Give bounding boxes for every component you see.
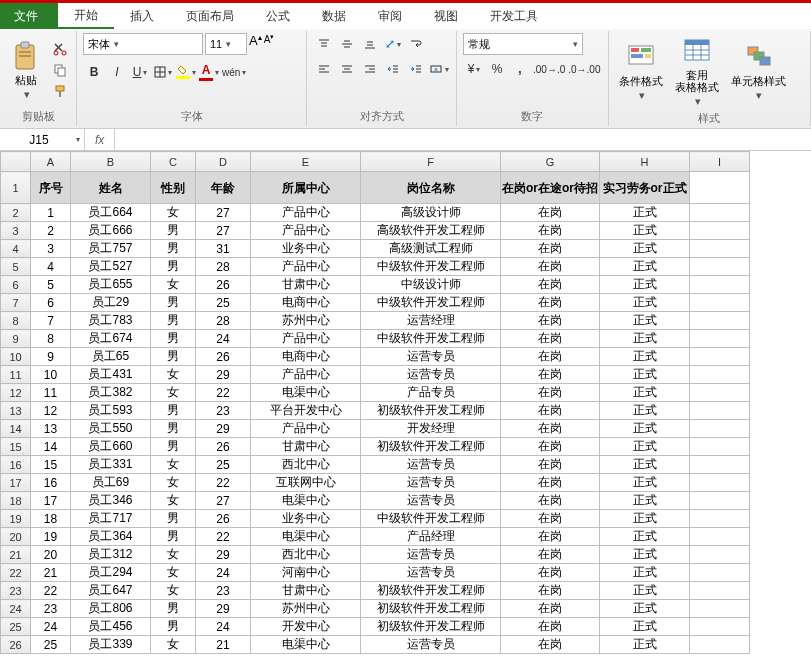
- cell[interactable]: 电渠中心: [251, 492, 361, 510]
- row-header[interactable]: 13: [1, 402, 31, 420]
- cell[interactable]: 甘肃中心: [251, 582, 361, 600]
- row-header[interactable]: 4: [1, 240, 31, 258]
- cell[interactable]: 17: [31, 492, 71, 510]
- cell[interactable]: 在岗: [501, 564, 600, 582]
- percent-button[interactable]: %: [486, 58, 508, 80]
- cell[interactable]: 正式: [600, 384, 690, 402]
- cell[interactable]: 在岗: [501, 600, 600, 618]
- cell[interactable]: 员工783: [71, 312, 151, 330]
- cell[interactable]: 在岗: [501, 438, 600, 456]
- cell[interactable]: 员工339: [71, 636, 151, 654]
- cell[interactable]: 男: [151, 600, 196, 618]
- cell[interactable]: 正式: [600, 510, 690, 528]
- cell[interactable]: 员工593: [71, 402, 151, 420]
- fx-icon[interactable]: fx: [89, 133, 110, 147]
- cell[interactable]: 员工69: [71, 474, 151, 492]
- cell[interactable]: [690, 384, 750, 402]
- cell[interactable]: 正式: [600, 222, 690, 240]
- cell[interactable]: 29: [196, 366, 251, 384]
- cell[interactable]: 员工655: [71, 276, 151, 294]
- cell[interactable]: 电商中心: [251, 294, 361, 312]
- name-box[interactable]: [4, 133, 74, 147]
- cell[interactable]: 员工364: [71, 528, 151, 546]
- cell[interactable]: 西北中心: [251, 546, 361, 564]
- table-header-cell[interactable]: 序号: [31, 172, 71, 204]
- cell[interactable]: 男: [151, 348, 196, 366]
- cell[interactable]: 员工757: [71, 240, 151, 258]
- cell[interactable]: 女: [151, 582, 196, 600]
- format-painter-button[interactable]: [50, 82, 70, 100]
- cell[interactable]: 产品中心: [251, 258, 361, 276]
- cell[interactable]: 在岗: [501, 474, 600, 492]
- col-header[interactable]: H: [600, 152, 690, 172]
- cell[interactable]: 电渠中心: [251, 384, 361, 402]
- cell[interactable]: 1: [31, 204, 71, 222]
- cell[interactable]: 运营专员: [361, 546, 501, 564]
- cell[interactable]: 员工29: [71, 294, 151, 312]
- cell[interactable]: [690, 600, 750, 618]
- cell[interactable]: 运营专员: [361, 366, 501, 384]
- cell[interactable]: 在岗: [501, 240, 600, 258]
- row-header[interactable]: 15: [1, 438, 31, 456]
- cell[interactable]: 男: [151, 618, 196, 636]
- cell[interactable]: 女: [151, 636, 196, 654]
- cell[interactable]: 3: [31, 240, 71, 258]
- cell[interactable]: 中级软件开发工程师: [361, 510, 501, 528]
- increase-indent-button[interactable]: [405, 58, 427, 80]
- cell[interactable]: 28: [196, 258, 251, 276]
- cell[interactable]: [690, 618, 750, 636]
- cell[interactable]: 员工806: [71, 600, 151, 618]
- fill-color-button[interactable]: ▾: [175, 61, 197, 83]
- cell[interactable]: [690, 582, 750, 600]
- cell[interactable]: 9: [31, 348, 71, 366]
- cell[interactable]: [690, 348, 750, 366]
- cell[interactable]: 在岗: [501, 312, 600, 330]
- cell[interactable]: 女: [151, 366, 196, 384]
- cell[interactable]: 正式: [600, 492, 690, 510]
- row-header[interactable]: 2: [1, 204, 31, 222]
- cell[interactable]: 女: [151, 384, 196, 402]
- cell[interactable]: [690, 312, 750, 330]
- cell[interactable]: [690, 240, 750, 258]
- formula-input[interactable]: [115, 132, 811, 147]
- col-header[interactable]: B: [71, 152, 151, 172]
- cell[interactable]: 正式: [600, 546, 690, 564]
- copy-button[interactable]: [50, 61, 70, 79]
- cell[interactable]: 正式: [600, 204, 690, 222]
- cell[interactable]: 10: [31, 366, 71, 384]
- cell[interactable]: 26: [196, 276, 251, 294]
- cell[interactable]: 正式: [600, 366, 690, 384]
- cell[interactable]: 在岗: [501, 528, 600, 546]
- cell[interactable]: 在岗: [501, 618, 600, 636]
- cell[interactable]: 在岗: [501, 456, 600, 474]
- menu-tab-7[interactable]: 开发工具: [474, 3, 554, 29]
- cell[interactable]: 正式: [600, 474, 690, 492]
- col-header[interactable]: G: [501, 152, 600, 172]
- cell[interactable]: 女: [151, 546, 196, 564]
- cell[interactable]: 13: [31, 420, 71, 438]
- number-format-combo[interactable]: 常规▾: [463, 33, 583, 55]
- menu-tab-1[interactable]: 插入: [114, 3, 170, 29]
- col-header[interactable]: F: [361, 152, 501, 172]
- menu-tab-6[interactable]: 视图: [418, 3, 474, 29]
- cell[interactable]: 产品专员: [361, 384, 501, 402]
- cell[interactable]: [690, 474, 750, 492]
- cell[interactable]: [690, 420, 750, 438]
- cell[interactable]: 16: [31, 474, 71, 492]
- table-header-cell[interactable]: 姓名: [71, 172, 151, 204]
- cell[interactable]: 互联网中心: [251, 474, 361, 492]
- cut-button[interactable]: [50, 40, 70, 58]
- cell[interactable]: 29: [196, 546, 251, 564]
- cell[interactable]: 2: [31, 222, 71, 240]
- cell[interactable]: 员工65: [71, 348, 151, 366]
- cell[interactable]: [690, 546, 750, 564]
- row-header[interactable]: 25: [1, 618, 31, 636]
- cell[interactable]: 25: [196, 456, 251, 474]
- row-header[interactable]: 11: [1, 366, 31, 384]
- format-as-table-button[interactable]: 套用 表格格式▾: [671, 33, 723, 109]
- cell[interactable]: 员工717: [71, 510, 151, 528]
- wrap-text-button[interactable]: [405, 33, 427, 55]
- cell[interactable]: [690, 510, 750, 528]
- cell[interactable]: 员工331: [71, 456, 151, 474]
- cell[interactable]: 男: [151, 222, 196, 240]
